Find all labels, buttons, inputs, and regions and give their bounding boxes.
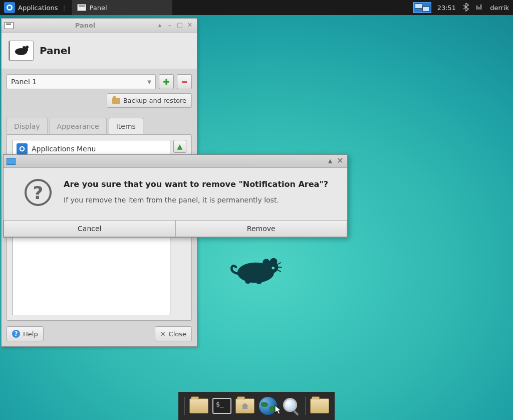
dialog-actions: Cancel Remove [4, 220, 347, 237]
svg-point-4 [263, 259, 270, 267]
svg-point-12 [26, 46, 29, 49]
dock-separator [184, 397, 185, 415]
applications-menu-button[interactable]: Applications ⋮ [0, 0, 71, 15]
dialog-window-icon [7, 158, 16, 165]
home-folder-icon [235, 398, 254, 413]
panel-selector-dropdown[interactable]: Panel 1 ▼ [7, 74, 156, 89]
panel-selector-value: Panel 1 [11, 78, 37, 86]
close-button[interactable]: ✕ Close [155, 326, 192, 341]
list-item-label: Applications Menu [32, 145, 96, 153]
cancel-button[interactable]: Cancel [4, 220, 176, 237]
taskbar-item-label: Panel [89, 4, 107, 12]
tab-bar: Display Appearance Items [7, 118, 192, 134]
window-shade-button[interactable]: ▴ [156, 22, 164, 30]
dock-item-home[interactable] [234, 395, 256, 417]
window-maximize-button[interactable]: ▢ [176, 22, 184, 30]
cancel-label: Cancel [78, 225, 101, 233]
backup-restore-button[interactable]: Backup and restore [107, 93, 192, 108]
tab-appearance[interactable]: Appearance [50, 118, 107, 134]
help-button[interactable]: ? Help [7, 326, 44, 341]
minus-icon: ━ [182, 77, 187, 87]
window-title: Panel [17, 22, 154, 29]
applications-menu-label: Applications [18, 4, 58, 12]
folder-icon [310, 398, 329, 413]
top-panel: Applications ⋮ Panel 23:51 derrik [0, 0, 513, 15]
workspace-switcher[interactable] [413, 2, 431, 13]
confirm-remove-dialog: ▴ ✕ ? Are you sure that you want to remo… [3, 154, 348, 238]
xfce-logo-icon [4, 2, 15, 13]
close-icon: ✕ [160, 330, 166, 338]
close-label: Close [169, 330, 186, 338]
svg-point-11 [23, 46, 26, 49]
dialog-titlebar[interactable]: ▴ ✕ [4, 155, 347, 168]
chevron-down-icon: ▼ [147, 79, 151, 85]
dialog-body: ? Are you sure that you want to remove "… [4, 168, 347, 220]
arrow-up-icon: ▲ [177, 142, 183, 150]
bottom-dock [178, 392, 335, 420]
move-item-up-button[interactable]: ▲ [173, 140, 186, 153]
dock-separator [305, 397, 306, 415]
panel-window-icon [77, 4, 86, 11]
panel-window-icon [5, 22, 14, 29]
svg-point-6 [272, 267, 274, 269]
dock-item-folder[interactable] [309, 395, 331, 417]
remove-label: Remove [247, 225, 276, 233]
dialog-close-button[interactable]: ✕ [336, 157, 344, 165]
add-panel-button[interactable]: ✚ [159, 74, 174, 89]
panel-header-icon [9, 41, 34, 61]
svg-point-5 [270, 258, 278, 266]
magnifier-icon [282, 397, 300, 415]
dialog-shade-button[interactable]: ▴ [326, 157, 334, 165]
remove-button[interactable]: Remove [175, 220, 348, 237]
plus-icon: ✚ [163, 77, 169, 87]
dock-item-browser[interactable] [257, 395, 279, 417]
folder-icon [189, 398, 208, 413]
bluetooth-icon[interactable] [460, 3, 472, 13]
svg-point-8 [256, 281, 262, 284]
svg-point-14 [21, 147, 24, 150]
folder-icon [112, 98, 120, 104]
xfce-mouse-wallpaper-icon [230, 251, 286, 286]
remove-panel-button[interactable]: ━ [177, 74, 192, 89]
window-minimize-button[interactable]: – [166, 22, 174, 30]
network-icon[interactable] [472, 4, 486, 12]
panel-heading: Panel [40, 45, 71, 57]
terminal-icon [212, 398, 231, 414]
panel-footer: ? Help ✕ Close [2, 321, 197, 346]
user-menu[interactable]: derrik [486, 4, 513, 12]
svg-point-7 [245, 280, 250, 284]
window-titlebar[interactable]: Panel ▴ – ▢ ✕ [2, 19, 197, 33]
menu-separator-icon: ⋮ [61, 4, 67, 12]
dock-item-terminal[interactable] [211, 395, 233, 417]
tab-display[interactable]: Display [7, 118, 48, 134]
tab-items[interactable]: Items [109, 118, 143, 134]
applications-menu-icon [17, 143, 28, 154]
help-icon: ? [12, 330, 20, 338]
dialog-message: If you remove the item from the panel, i… [64, 196, 328, 204]
window-close-button[interactable]: ✕ [186, 22, 194, 30]
dock-item-search[interactable] [280, 395, 302, 417]
svg-point-1 [8, 6, 12, 10]
taskbar-item-panel[interactable]: Panel [72, 0, 172, 15]
question-icon: ? [25, 179, 52, 206]
dock-item-files[interactable] [188, 395, 210, 417]
globe-icon [259, 397, 277, 415]
dialog-heading: Are you sure that you want to remove "No… [64, 179, 328, 190]
help-label: Help [23, 330, 38, 338]
backup-restore-label: Backup and restore [123, 97, 186, 104]
clock[interactable]: 23:51 [433, 4, 460, 12]
panel-header: Panel [2, 33, 197, 69]
